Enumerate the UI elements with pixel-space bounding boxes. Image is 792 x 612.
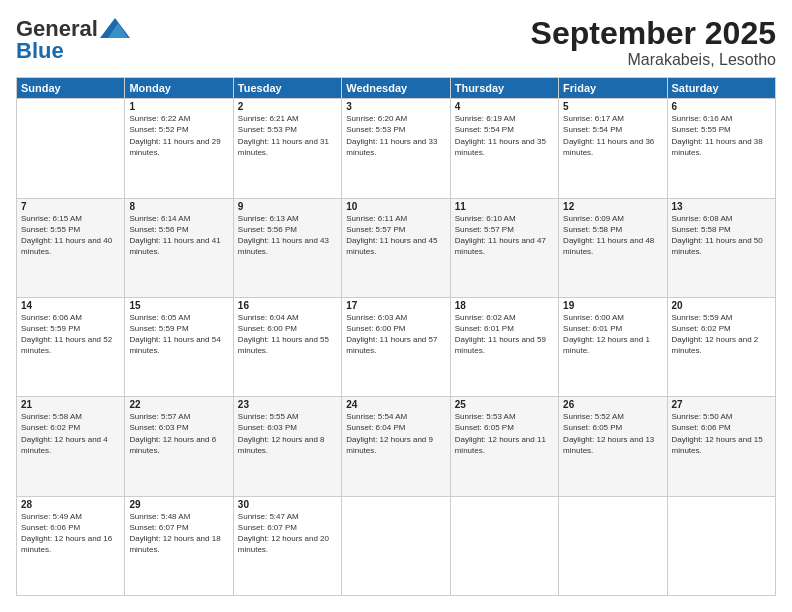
day-number: 1 xyxy=(129,101,228,112)
calendar-cell: 8Sunrise: 6:14 AMSunset: 5:56 PMDaylight… xyxy=(125,198,233,297)
day-info: Sunrise: 5:55 AMSunset: 6:03 PMDaylight:… xyxy=(238,411,337,456)
calendar-cell: 18Sunrise: 6:02 AMSunset: 6:01 PMDayligh… xyxy=(450,297,558,396)
day-info: Sunrise: 6:17 AMSunset: 5:54 PMDaylight:… xyxy=(563,113,662,158)
day-number: 22 xyxy=(129,399,228,410)
calendar-cell: 7Sunrise: 6:15 AMSunset: 5:55 PMDaylight… xyxy=(17,198,125,297)
calendar-week-row: 7Sunrise: 6:15 AMSunset: 5:55 PMDaylight… xyxy=(17,198,776,297)
day-number: 29 xyxy=(129,499,228,510)
calendar-cell: 29Sunrise: 5:48 AMSunset: 6:07 PMDayligh… xyxy=(125,496,233,595)
calendar-cell: 16Sunrise: 6:04 AMSunset: 6:00 PMDayligh… xyxy=(233,297,341,396)
header-cell-tuesday: Tuesday xyxy=(233,78,341,99)
day-info: Sunrise: 6:09 AMSunset: 5:58 PMDaylight:… xyxy=(563,213,662,258)
calendar-cell: 24Sunrise: 5:54 AMSunset: 6:04 PMDayligh… xyxy=(342,397,450,496)
day-number: 14 xyxy=(21,300,120,311)
day-info: Sunrise: 6:15 AMSunset: 5:55 PMDaylight:… xyxy=(21,213,120,258)
calendar-cell: 1Sunrise: 6:22 AMSunset: 5:52 PMDaylight… xyxy=(125,99,233,198)
calendar-body: 1Sunrise: 6:22 AMSunset: 5:52 PMDaylight… xyxy=(17,99,776,596)
day-info: Sunrise: 6:02 AMSunset: 6:01 PMDaylight:… xyxy=(455,312,554,357)
logo: General Blue xyxy=(16,16,130,64)
calendar-week-row: 21Sunrise: 5:58 AMSunset: 6:02 PMDayligh… xyxy=(17,397,776,496)
calendar-cell: 17Sunrise: 6:03 AMSunset: 6:00 PMDayligh… xyxy=(342,297,450,396)
calendar-header-row: SundayMondayTuesdayWednesdayThursdayFrid… xyxy=(17,78,776,99)
day-info: Sunrise: 5:58 AMSunset: 6:02 PMDaylight:… xyxy=(21,411,120,456)
calendar-cell: 9Sunrise: 6:13 AMSunset: 5:56 PMDaylight… xyxy=(233,198,341,297)
day-info: Sunrise: 6:08 AMSunset: 5:58 PMDaylight:… xyxy=(672,213,771,258)
calendar-cell: 19Sunrise: 6:00 AMSunset: 6:01 PMDayligh… xyxy=(559,297,667,396)
header-cell-sunday: Sunday xyxy=(17,78,125,99)
day-info: Sunrise: 6:16 AMSunset: 5:55 PMDaylight:… xyxy=(672,113,771,158)
day-info: Sunrise: 6:10 AMSunset: 5:57 PMDaylight:… xyxy=(455,213,554,258)
day-number: 21 xyxy=(21,399,120,410)
calendar-cell: 11Sunrise: 6:10 AMSunset: 5:57 PMDayligh… xyxy=(450,198,558,297)
calendar-cell: 15Sunrise: 6:05 AMSunset: 5:59 PMDayligh… xyxy=(125,297,233,396)
day-info: Sunrise: 5:57 AMSunset: 6:03 PMDaylight:… xyxy=(129,411,228,456)
calendar-cell: 30Sunrise: 5:47 AMSunset: 6:07 PMDayligh… xyxy=(233,496,341,595)
calendar-week-row: 1Sunrise: 6:22 AMSunset: 5:52 PMDaylight… xyxy=(17,99,776,198)
calendar-cell: 21Sunrise: 5:58 AMSunset: 6:02 PMDayligh… xyxy=(17,397,125,496)
calendar-cell: 22Sunrise: 5:57 AMSunset: 6:03 PMDayligh… xyxy=(125,397,233,496)
month-title: September 2025 xyxy=(531,16,776,51)
day-number: 4 xyxy=(455,101,554,112)
day-number: 17 xyxy=(346,300,445,311)
calendar-cell: 28Sunrise: 5:49 AMSunset: 6:06 PMDayligh… xyxy=(17,496,125,595)
day-number: 24 xyxy=(346,399,445,410)
title-block: September 2025 Marakabeis, Lesotho xyxy=(531,16,776,69)
day-info: Sunrise: 5:48 AMSunset: 6:07 PMDaylight:… xyxy=(129,511,228,556)
day-info: Sunrise: 6:22 AMSunset: 5:52 PMDaylight:… xyxy=(129,113,228,158)
day-info: Sunrise: 5:53 AMSunset: 6:05 PMDaylight:… xyxy=(455,411,554,456)
day-info: Sunrise: 6:04 AMSunset: 6:00 PMDaylight:… xyxy=(238,312,337,357)
day-info: Sunrise: 6:13 AMSunset: 5:56 PMDaylight:… xyxy=(238,213,337,258)
logo-icon xyxy=(100,18,130,38)
day-info: Sunrise: 5:50 AMSunset: 6:06 PMDaylight:… xyxy=(672,411,771,456)
day-number: 2 xyxy=(238,101,337,112)
header-cell-wednesday: Wednesday xyxy=(342,78,450,99)
day-number: 11 xyxy=(455,201,554,212)
calendar-cell: 5Sunrise: 6:17 AMSunset: 5:54 PMDaylight… xyxy=(559,99,667,198)
logo-blue: Blue xyxy=(16,38,64,64)
calendar-week-row: 28Sunrise: 5:49 AMSunset: 6:06 PMDayligh… xyxy=(17,496,776,595)
calendar-cell xyxy=(667,496,775,595)
day-number: 27 xyxy=(672,399,771,410)
day-info: Sunrise: 5:59 AMSunset: 6:02 PMDaylight:… xyxy=(672,312,771,357)
day-info: Sunrise: 6:06 AMSunset: 5:59 PMDaylight:… xyxy=(21,312,120,357)
day-info: Sunrise: 6:00 AMSunset: 6:01 PMDaylight:… xyxy=(563,312,662,357)
calendar-cell: 10Sunrise: 6:11 AMSunset: 5:57 PMDayligh… xyxy=(342,198,450,297)
day-info: Sunrise: 6:20 AMSunset: 5:53 PMDaylight:… xyxy=(346,113,445,158)
day-number: 18 xyxy=(455,300,554,311)
calendar-cell xyxy=(342,496,450,595)
calendar-cell: 27Sunrise: 5:50 AMSunset: 6:06 PMDayligh… xyxy=(667,397,775,496)
day-number: 5 xyxy=(563,101,662,112)
page: General Blue September 2025 Marakabeis, … xyxy=(0,0,792,612)
header-cell-friday: Friday xyxy=(559,78,667,99)
calendar-table: SundayMondayTuesdayWednesdayThursdayFrid… xyxy=(16,77,776,596)
day-info: Sunrise: 6:14 AMSunset: 5:56 PMDaylight:… xyxy=(129,213,228,258)
header-cell-saturday: Saturday xyxy=(667,78,775,99)
day-info: Sunrise: 5:49 AMSunset: 6:06 PMDaylight:… xyxy=(21,511,120,556)
day-info: Sunrise: 5:52 AMSunset: 6:05 PMDaylight:… xyxy=(563,411,662,456)
day-number: 20 xyxy=(672,300,771,311)
day-info: Sunrise: 6:21 AMSunset: 5:53 PMDaylight:… xyxy=(238,113,337,158)
day-number: 8 xyxy=(129,201,228,212)
header: General Blue September 2025 Marakabeis, … xyxy=(16,16,776,69)
day-number: 3 xyxy=(346,101,445,112)
calendar-cell: 2Sunrise: 6:21 AMSunset: 5:53 PMDaylight… xyxy=(233,99,341,198)
calendar-cell: 3Sunrise: 6:20 AMSunset: 5:53 PMDaylight… xyxy=(342,99,450,198)
day-number: 15 xyxy=(129,300,228,311)
day-number: 9 xyxy=(238,201,337,212)
calendar-cell: 4Sunrise: 6:19 AMSunset: 5:54 PMDaylight… xyxy=(450,99,558,198)
day-info: Sunrise: 6:11 AMSunset: 5:57 PMDaylight:… xyxy=(346,213,445,258)
day-info: Sunrise: 6:03 AMSunset: 6:00 PMDaylight:… xyxy=(346,312,445,357)
day-number: 19 xyxy=(563,300,662,311)
day-number: 28 xyxy=(21,499,120,510)
day-number: 10 xyxy=(346,201,445,212)
calendar-cell: 14Sunrise: 6:06 AMSunset: 5:59 PMDayligh… xyxy=(17,297,125,396)
calendar-cell: 20Sunrise: 5:59 AMSunset: 6:02 PMDayligh… xyxy=(667,297,775,396)
day-number: 25 xyxy=(455,399,554,410)
calendar-week-row: 14Sunrise: 6:06 AMSunset: 5:59 PMDayligh… xyxy=(17,297,776,396)
calendar-cell: 26Sunrise: 5:52 AMSunset: 6:05 PMDayligh… xyxy=(559,397,667,496)
day-info: Sunrise: 5:47 AMSunset: 6:07 PMDaylight:… xyxy=(238,511,337,556)
calendar-cell: 13Sunrise: 6:08 AMSunset: 5:58 PMDayligh… xyxy=(667,198,775,297)
calendar-cell xyxy=(450,496,558,595)
day-number: 13 xyxy=(672,201,771,212)
day-number: 30 xyxy=(238,499,337,510)
